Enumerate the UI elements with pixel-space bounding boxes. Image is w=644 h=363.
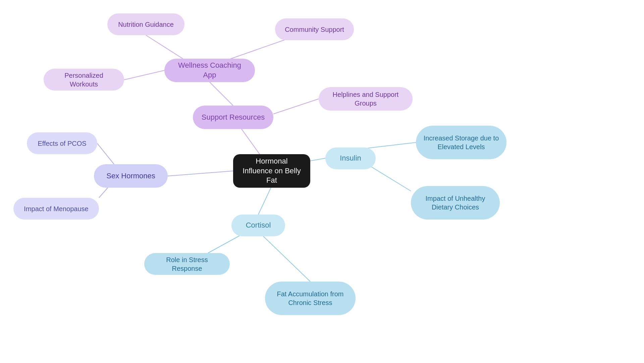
menopause-node: Impact of Menopause xyxy=(13,198,99,220)
center-node: Hormonal Influence on Belly Fat xyxy=(233,154,310,188)
svg-line-1 xyxy=(210,82,233,106)
svg-line-4 xyxy=(124,70,164,80)
cortisol-node: Cortisol xyxy=(231,215,285,236)
stress-response-node: Role in Stress Response xyxy=(144,253,230,275)
increased-storage-node: Increased Storage due to Elevated Levels xyxy=(416,126,506,159)
helplines-node: Helplines and Support Groups xyxy=(319,87,413,111)
personalized-node: Personalized Workouts xyxy=(44,69,124,90)
svg-line-13 xyxy=(208,235,241,253)
svg-line-2 xyxy=(146,35,183,59)
svg-line-7 xyxy=(97,143,114,164)
pcos-node: Effects of PCOS xyxy=(27,132,97,154)
svg-line-6 xyxy=(168,171,233,176)
insulin-node: Insulin xyxy=(325,147,376,169)
dietary-node: Impact of Unhealthy Dietary Choices xyxy=(411,186,500,220)
wellness-app-node: Wellness Coaching App xyxy=(164,59,255,82)
fat-accumulation-node: Fat Accumulation from Chronic Stress xyxy=(265,282,356,315)
nutrition-node: Nutrition Guidance xyxy=(107,13,184,35)
svg-line-9 xyxy=(310,158,325,161)
community-node: Community Support xyxy=(275,18,354,40)
svg-line-14 xyxy=(262,235,310,282)
support-resources-node: Support Resources xyxy=(193,106,273,129)
svg-line-12 xyxy=(258,186,272,215)
svg-line-5 xyxy=(273,99,319,114)
sex-hormones-node: Sex Hormones xyxy=(94,164,168,188)
